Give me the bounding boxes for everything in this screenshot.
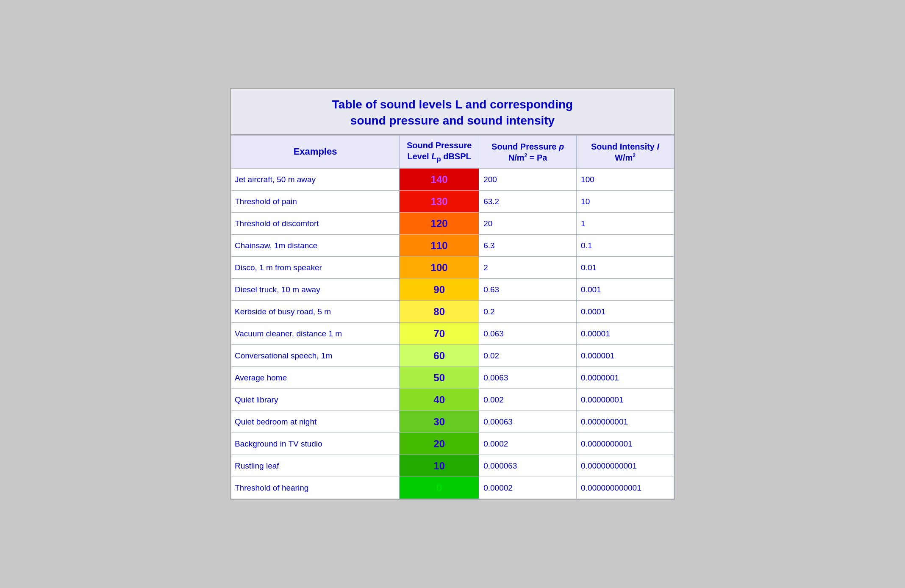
si-cell: 100 [577,169,674,191]
example-cell: Disco, 1 m from speaker [231,257,400,279]
si-cell: 0.01 [577,257,674,279]
table-row: Average home500.00630.0000001 [231,367,674,389]
si-cell: 1 [577,213,674,235]
si-cell: 0.000000001 [577,411,674,433]
spl-cell: 80 [400,301,479,323]
table-row: Quiet bedroom at night300.000630.0000000… [231,411,674,433]
si-cell: 0.000001 [577,345,674,367]
si-cell: 0.000000000001 [577,477,674,499]
example-cell: Conversational speech, 1m [231,345,400,367]
sp-cell: 0.0063 [479,367,577,389]
spl-cell: 140 [400,169,479,191]
si-cell: 0.1 [577,235,674,257]
sp-cell: 63.2 [479,191,577,213]
example-cell: Kerbside of busy road, 5 m [231,301,400,323]
spl-cell: 100 [400,257,479,279]
example-cell: Chainsaw, 1m distance [231,235,400,257]
example-cell: Threshold of hearing [231,477,400,499]
table-row: Jet aircraft, 50 m away140200100 [231,169,674,191]
spl-cell: 40 [400,389,479,411]
table-row: Chainsaw, 1m distance1106.30.1 [231,235,674,257]
si-cell: 0.0000000001 [577,433,674,455]
sp-cell: 0.02 [479,345,577,367]
sound-table-wrapper: Table of sound levels L and correspondin… [230,88,675,500]
spl-cell: 30 [400,411,479,433]
table-row: Threshold of discomfort120201 [231,213,674,235]
si-cell: 0.00000000001 [577,455,674,477]
spl-cell: 110 [400,235,479,257]
table-row: Kerbside of busy road, 5 m800.20.0001 [231,301,674,323]
table-header-row: Examples Sound PressureLevel Lp dBSPL So… [231,136,674,169]
example-cell: Diesel truck, 10 m away [231,279,400,301]
spl-cell: 120 [400,213,479,235]
example-cell: Background in TV studio [231,433,400,455]
sp-cell: 0.63 [479,279,577,301]
table-title: Table of sound levels L and correspondin… [231,89,674,136]
table-row: Vacuum cleaner, distance 1 m700.0630.000… [231,323,674,345]
table-row: Threshold of hearing00.000020.0000000000… [231,477,674,499]
example-cell: Average home [231,367,400,389]
header-sp: Sound Pressure pN/m2 = Pa [479,136,577,169]
si-cell: 10 [577,191,674,213]
spl-cell: 20 [400,433,479,455]
table-row: Threshold of pain13063.210 [231,191,674,213]
table-row: Background in TV studio200.00020.0000000… [231,433,674,455]
sp-cell: 0.00063 [479,411,577,433]
spl-cell: 70 [400,323,479,345]
si-cell: 0.00000001 [577,389,674,411]
table-row: Rustling leaf100.0000630.00000000001 [231,455,674,477]
si-cell: 0.0000001 [577,367,674,389]
header-si: Sound Intensity IW/m2 [577,136,674,169]
spl-cell: 10 [400,455,479,477]
table-row: Conversational speech, 1m600.020.000001 [231,345,674,367]
example-cell: Rustling leaf [231,455,400,477]
sp-cell: 0.002 [479,389,577,411]
spl-cell: 90 [400,279,479,301]
sound-table: Examples Sound PressureLevel Lp dBSPL So… [231,135,674,499]
sp-cell: 0.00002 [479,477,577,499]
si-cell: 0.001 [577,279,674,301]
table-row: Diesel truck, 10 m away900.630.001 [231,279,674,301]
sp-cell: 2 [479,257,577,279]
table-row: Disco, 1 m from speaker10020.01 [231,257,674,279]
sp-cell: 0.2 [479,301,577,323]
spl-cell: 50 [400,367,479,389]
example-cell: Threshold of pain [231,191,400,213]
sp-cell: 0.000063 [479,455,577,477]
example-cell: Quiet bedroom at night [231,411,400,433]
spl-cell: 0 [400,477,479,499]
spl-cell: 130 [400,191,479,213]
table-row: Quiet library400.0020.00000001 [231,389,674,411]
example-cell: Vacuum cleaner, distance 1 m [231,323,400,345]
title-line2: sound pressure and sound intensity [350,114,555,127]
sp-cell: 0.063 [479,323,577,345]
si-cell: 0.0001 [577,301,674,323]
table-body: Jet aircraft, 50 m away140200100Threshol… [231,169,674,499]
sp-cell: 20 [479,213,577,235]
header-examples: Examples [231,136,400,169]
sp-cell: 6.3 [479,235,577,257]
sp-cell: 200 [479,169,577,191]
example-cell: Jet aircraft, 50 m away [231,169,400,191]
spl-cell: 60 [400,345,479,367]
si-cell: 0.00001 [577,323,674,345]
title-line1: Table of sound levels L and correspondin… [332,98,573,111]
example-cell: Threshold of discomfort [231,213,400,235]
sp-cell: 0.0002 [479,433,577,455]
header-spl: Sound PressureLevel Lp dBSPL [400,136,479,169]
example-cell: Quiet library [231,389,400,411]
